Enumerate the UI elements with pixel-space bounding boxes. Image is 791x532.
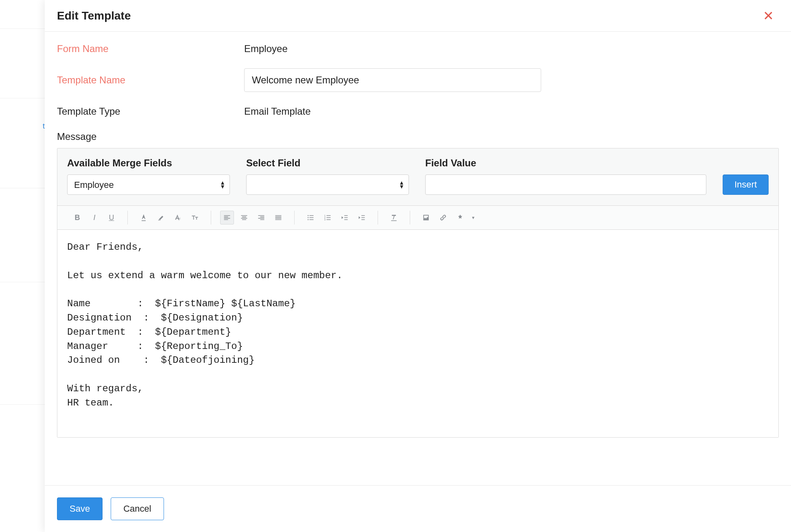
field-value-header: Field Value [425,157,706,169]
available-merge-select[interactable]: Employee [67,174,230,195]
form-name-value: Employee [244,43,288,55]
align-right-icon[interactable] [254,211,268,225]
template-name-input[interactable] [244,68,541,92]
select-field-header: Select Field [246,157,409,169]
align-justify-icon[interactable] [271,211,285,225]
message-editor-container: Available Merge Fields Employee ▴▾ Selec… [57,148,779,438]
edit-template-panel: Edit Template ✕ Form Name Employee Templ… [45,0,791,532]
insert-col: . Insert [723,157,769,195]
panel-header: Edit Template ✕ [45,0,791,32]
field-value-input[interactable] [425,174,706,195]
save-button[interactable]: Save [57,497,103,520]
template-type-value: Email Template [244,106,311,117]
svg-text:3: 3 [324,218,326,221]
select-field-select[interactable] [246,174,409,195]
panel-title: Edit Template [57,9,131,22]
bulleted-list-icon[interactable] [304,211,317,225]
background-link-fragment: t [0,122,45,131]
link-icon[interactable] [436,211,450,225]
font-size-icon[interactable] [188,211,202,225]
panel-footer: Save Cancel [45,485,791,532]
template-name-label: Template Name [57,74,244,86]
insert-button[interactable]: Insert [723,174,769,195]
svg-point-2 [308,217,309,218]
template-type-label: Template Type [57,106,244,117]
available-merge-header: Available Merge Fields [67,157,230,169]
special-char-icon[interactable] [453,211,467,225]
highlight-icon[interactable] [154,211,168,225]
image-icon[interactable] [419,211,433,225]
font-family-icon[interactable]: F [171,211,185,225]
form-name-row: Form Name Employee [57,43,779,55]
select-field-col: Select Field ▴▾ [246,157,409,195]
form-area: Form Name Employee Template Name Templat… [45,32,791,438]
message-body-editor[interactable]: Dear Friends, Let us extend a warm welco… [57,230,778,437]
message-label: Message [57,131,779,142]
align-center-icon[interactable] [237,211,251,225]
editor-toolbar: B I U F [57,205,778,230]
underline-icon[interactable]: U [105,211,118,225]
font-color-icon[interactable] [137,211,151,225]
close-icon[interactable]: ✕ [763,9,774,22]
svg-text:F: F [179,217,181,221]
merge-fields-row: Available Merge Fields Employee ▴▾ Selec… [57,148,778,205]
svg-point-3 [308,219,309,220]
background-sliver: t [0,0,45,532]
outdent-icon[interactable] [338,211,352,225]
field-value-col: Field Value [425,157,706,195]
italic-icon[interactable]: I [87,211,101,225]
template-name-row: Template Name [57,68,779,92]
numbered-list-icon[interactable]: 123 [321,211,334,225]
svg-point-1 [308,215,309,216]
toolbar-more-dropdown-icon[interactable]: ▾ [472,215,474,220]
cancel-button[interactable]: Cancel [111,497,164,520]
template-type-row: Template Type Email Template [57,106,779,117]
bold-icon[interactable]: B [70,211,84,225]
align-left-icon[interactable] [220,211,234,225]
indent-icon[interactable] [355,211,369,225]
available-merge-col: Available Merge Fields Employee ▴▾ [67,157,230,195]
form-name-label: Form Name [57,43,244,55]
clear-formatting-icon[interactable] [387,211,401,225]
